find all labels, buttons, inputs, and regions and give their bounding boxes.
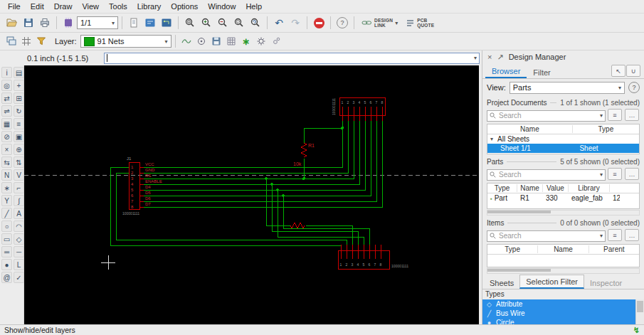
tool-split[interactable]: Y xyxy=(1,195,12,206)
items-search-input[interactable]: Search ▾ xyxy=(487,230,606,242)
scrollbar-thumb[interactable] xyxy=(637,301,643,312)
close-icon[interactable]: × xyxy=(487,53,492,61)
menu-item[interactable]: Draw xyxy=(49,1,78,12)
tool-attribute[interactable]: @ xyxy=(1,272,12,283)
tab-selection-filter[interactable]: Selection Filter xyxy=(519,275,584,289)
tab-filter[interactable]: Filter xyxy=(527,66,556,78)
sheet-combo[interactable]: 1/1 ▾ xyxy=(77,16,118,29)
layer-settings-button[interactable] xyxy=(4,34,19,48)
menu-item[interactable]: Library xyxy=(132,1,167,12)
switch-schematic-button[interactable] xyxy=(142,15,158,31)
menu-item[interactable]: File xyxy=(3,1,26,12)
column-name[interactable]: Name xyxy=(487,125,573,133)
parts-hscrollbar[interactable] xyxy=(487,210,640,216)
target-button[interactable] xyxy=(194,34,208,48)
print-button[interactable] xyxy=(37,15,53,31)
settings-button[interactable] xyxy=(254,34,268,48)
more-options-button[interactable]: … xyxy=(625,168,639,180)
tool-arc[interactable]: ◠ xyxy=(14,220,24,232)
tool-group[interactable]: ▦ xyxy=(1,118,12,129)
list-options-button[interactable]: ≡ xyxy=(608,109,622,121)
filter-button[interactable] xyxy=(34,34,48,48)
column-library[interactable]: Library xyxy=(569,184,610,192)
tool-gateswap[interactable]: ⇅ xyxy=(14,156,24,168)
zoom-in-button[interactable] xyxy=(199,15,214,31)
menu-item[interactable]: Help xyxy=(241,1,267,12)
tool-rect[interactable]: ▭ xyxy=(1,233,12,245)
zoom-fit-button[interactable] xyxy=(182,15,198,31)
mesh-button[interactable] xyxy=(224,34,238,48)
sheet-list-button[interactable] xyxy=(126,15,142,31)
tool-value[interactable]: V xyxy=(14,169,24,181)
tool-text[interactable]: A xyxy=(14,208,24,219)
column-name[interactable]: Name xyxy=(538,245,588,253)
connector-bottom[interactable]: 100001111 1 2 3 4 5 6 7 8 xyxy=(338,245,408,269)
signal-wire-button[interactable] xyxy=(179,34,194,48)
scrollbar-thumb[interactable] xyxy=(487,269,551,272)
tab-inspector[interactable]: Inspector xyxy=(584,277,628,289)
tool-delete[interactable]: × xyxy=(1,144,12,155)
tool-label[interactable]: L xyxy=(14,259,24,270)
type-row[interactable]: ● Circle xyxy=(482,318,639,324)
command-input[interactable]: ▾ xyxy=(104,53,480,64)
preferences-button[interactable] xyxy=(269,34,283,48)
tool-bus[interactable]: ═ xyxy=(1,246,12,257)
project-search-input[interactable]: Search ▾ xyxy=(487,110,606,122)
help-button[interactable]: ? xyxy=(334,15,350,31)
column-parent[interactable]: Parent xyxy=(589,245,639,253)
open-button[interactable] xyxy=(4,15,20,31)
save-button[interactable] xyxy=(21,15,36,31)
zoom-redraw-button[interactable] xyxy=(248,15,263,31)
tool-move[interactable]: ⇄ xyxy=(1,92,12,104)
column-value[interactable]: Value xyxy=(543,184,569,192)
tool-polygon[interactable]: ◇ xyxy=(14,233,24,245)
zoom-select-button[interactable] xyxy=(231,15,247,31)
tool-show[interactable]: ◎ xyxy=(1,80,12,91)
table-row[interactable]: ▾ All Sheets xyxy=(487,134,639,144)
switch-board-button[interactable] xyxy=(159,15,174,31)
column-type[interactable]: Type xyxy=(487,184,517,192)
tool-copy[interactable]: ⊞ xyxy=(14,92,24,104)
layer-combo[interactable]: 91 Nets ▾ xyxy=(80,35,171,48)
add-part-button[interactable]: ∗ xyxy=(239,34,253,48)
pcb-quote-button[interactable]: PCB QUOTE xyxy=(402,15,438,31)
redo-button[interactable]: ↷ xyxy=(287,15,303,31)
design-link-button[interactable]: DESIGN LINK ▾ xyxy=(358,15,401,31)
tool-smash[interactable]: ∗ xyxy=(1,182,12,193)
items-hscrollbar[interactable] xyxy=(487,268,640,274)
list-options-button[interactable]: ≡ xyxy=(608,229,622,241)
pick-button[interactable]: ↖ xyxy=(611,65,625,77)
menu-item[interactable]: Edit xyxy=(26,1,49,12)
tool-mirror[interactable]: ⇌ xyxy=(1,105,12,117)
highlight-button[interactable]: ∪ xyxy=(626,65,640,77)
more-options-button[interactable]: … xyxy=(625,109,639,121)
tool-rotate[interactable]: ↻ xyxy=(14,105,24,117)
more-options-button[interactable]: … xyxy=(625,229,639,241)
parts-search-input[interactable]: Search ▾ xyxy=(487,169,606,181)
undo-button[interactable]: ↶ xyxy=(271,15,287,31)
resistor-r2[interactable] xyxy=(290,223,305,228)
table-row[interactable]: ▪ Part R1 330 eagle_fab 1206 xyxy=(487,193,639,203)
tool-circle[interactable]: ○ xyxy=(1,220,12,232)
menu-item[interactable]: Window xyxy=(203,1,241,12)
save-layers-button[interactable] xyxy=(209,34,223,48)
type-row[interactable]: ◇ Attribute xyxy=(482,299,639,309)
types-vscrollbar[interactable] xyxy=(635,299,644,324)
panel-help-button[interactable]: ? xyxy=(628,82,640,93)
tool-pinswap[interactable]: ⇆ xyxy=(1,156,12,168)
tool-junction[interactable]: ● xyxy=(1,259,12,270)
tool-paste[interactable]: ▣ xyxy=(14,131,24,142)
column-type[interactable]: Type xyxy=(573,125,639,133)
board-button[interactable] xyxy=(60,15,76,31)
scrollbar-thumb[interactable] xyxy=(487,211,551,213)
menu-item[interactable]: Tools xyxy=(104,1,132,12)
menu-item[interactable]: Options xyxy=(166,1,203,12)
menu-item[interactable]: View xyxy=(77,1,104,12)
grid-button[interactable] xyxy=(19,34,33,48)
tool-mark[interactable]: + xyxy=(14,80,24,91)
column-type[interactable]: Type xyxy=(487,245,538,253)
tool-net[interactable]: ─ xyxy=(14,246,24,257)
tool-cut[interactable]: ⊘ xyxy=(1,131,12,142)
popout-icon[interactable]: ↗ xyxy=(497,53,503,62)
tool-name[interactable]: N xyxy=(1,169,12,181)
